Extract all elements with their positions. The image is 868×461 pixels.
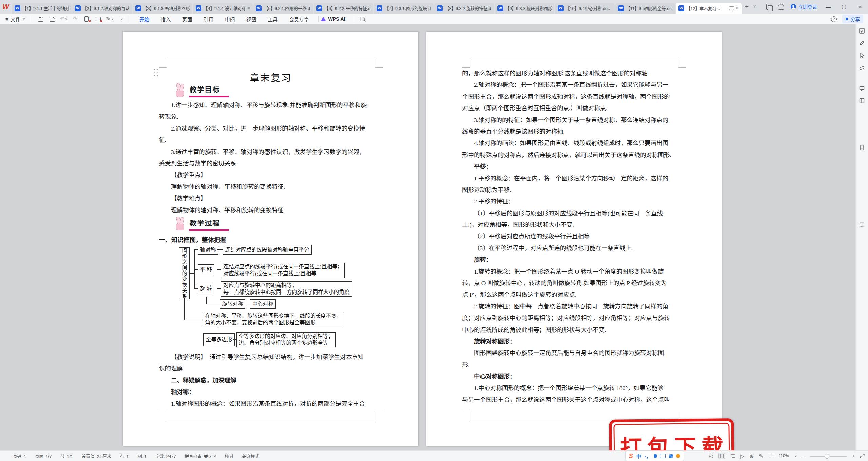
- doc-tab-5[interactable]: W【5】9.2.1.图形的平移.d: [253, 3, 313, 14]
- doc-line: 1.中心对称图形的概念：把一个图形绕着某一个点旋转 180°，如果它能够: [462, 382, 687, 394]
- zoom-slider[interactable]: [810, 456, 847, 457]
- status-item[interactable]: 页面: 1/7: [35, 453, 52, 459]
- status-item[interactable]: 行: 1: [120, 453, 129, 459]
- monitor-icon: [729, 6, 734, 10]
- minimize-button[interactable]: —: [824, 4, 833, 10]
- doc-tab-9[interactable]: W【9】9.3.3.旋转对称图形: [495, 3, 554, 14]
- download-stamp[interactable]: 打包下载: [609, 418, 734, 451]
- keyboard-icon[interactable]: [660, 454, 666, 458]
- close-preview-button[interactable]: ✕: [84, 16, 90, 22]
- file-menu-label: 文件: [11, 16, 20, 23]
- status-item[interactable]: 页码: 1: [13, 453, 26, 459]
- diagram-box: 连结对应点的线段被对称轴垂直平分: [223, 245, 312, 255]
- tab-label: 【5】9.2.1.图形的平移.d: [264, 5, 310, 12]
- merge-windows-icon[interactable]: [766, 4, 771, 10]
- status-item[interactable]: 兼容模式: [242, 453, 259, 459]
- close-button[interactable]: ×: [855, 4, 864, 10]
- pen-tool-icon[interactable]: [859, 40, 865, 46]
- document-canvas[interactable]: 章末复习 教学目标 1.进一步感知、理解轴对称、平移与旋转现象.并能准确判断图形…: [0, 24, 856, 451]
- record-status-icon[interactable]: ◎: [709, 453, 713, 459]
- doc-tab-11[interactable]: W【11】9.5图形的全等.dc: [615, 3, 675, 14]
- edit-mode-icon[interactable]: [859, 28, 865, 34]
- ribbon-tab-工具[interactable]: 工具: [268, 16, 278, 23]
- status-item[interactable]: 节: 1/1: [60, 453, 73, 459]
- emoji-icon[interactable]: [676, 454, 680, 458]
- ime-punct-toggle[interactable]: ·，: [645, 453, 651, 459]
- save-button[interactable]: [38, 16, 44, 22]
- ribbon-tab-视图[interactable]: 视图: [246, 16, 256, 23]
- wps-ai-icon: [321, 17, 326, 21]
- page-1[interactable]: 章末复习 教学目标 1.进一步感知、理解轴对称、平移与旋转现象.并能准确判断图形…: [123, 32, 418, 446]
- doc-tab-1[interactable]: W【1】9.1.1.生活中的轴对: [12, 3, 72, 14]
- status-item[interactable]: 拼写检查: 关闭 ˅: [184, 453, 216, 459]
- zoom-slider-thumb[interactable]: [825, 454, 829, 459]
- diagram-box: 中心对称: [250, 299, 276, 309]
- read-mode-icon[interactable]: ▷: [740, 453, 744, 459]
- status-item[interactable]: 设置值: 2.5厘米: [82, 453, 111, 459]
- tab-close-icon[interactable]: ×: [736, 5, 739, 11]
- doc-tab-4[interactable]: W【4】9.1.4.设计轴对称: [193, 3, 253, 14]
- sogou-ime-icon[interactable]: S: [629, 453, 633, 460]
- doc-tab-3[interactable]: W【3】9.1.3.画轴对称图形: [133, 3, 192, 14]
- ribbon-tab-页面[interactable]: 页面: [182, 16, 192, 23]
- help-icon[interactable]: ?: [831, 16, 837, 22]
- select-cursor-icon[interactable]: [859, 52, 865, 58]
- wps-ai-button[interactable]: WPS AI: [321, 16, 346, 22]
- ribbon-tab-审阅[interactable]: 审阅: [225, 16, 235, 23]
- page-view-icon[interactable]: [718, 453, 725, 459]
- bookmark-pane-icon[interactable]: [859, 144, 865, 151]
- outline-view-icon[interactable]: [730, 454, 735, 458]
- ink-pen-button[interactable]: ✎˅: [107, 16, 113, 22]
- doc-tab-6[interactable]: W【6】9.2.2.平移的特征.d: [314, 3, 373, 14]
- maximize-button[interactable]: ▢: [840, 4, 848, 10]
- doc-line: 1.平移的概念：在平面内，将一个图形沿某个方向移动一定的距离，这样的: [462, 173, 687, 184]
- login-button[interactable]: 立即登录: [791, 3, 817, 10]
- ribbon-tab-插入[interactable]: 插入: [161, 16, 171, 23]
- doc-tab-8[interactable]: W【8】9.3.2.旋转的特征.d: [434, 3, 494, 14]
- new-tab-button[interactable]: +: [742, 3, 752, 11]
- print-icon: [50, 18, 55, 22]
- zoom-level[interactable]: 110%: [778, 454, 789, 458]
- ribbon-tab-会员专享[interactable]: 会员专享: [289, 16, 309, 23]
- fullscreen-icon[interactable]: [860, 454, 865, 458]
- share-button[interactable]: 分享: [842, 15, 863, 23]
- ribbon-tab-引用[interactable]: 引用: [204, 16, 214, 23]
- redo-button[interactable]: ↷: [72, 16, 78, 22]
- navigation-pane-icon[interactable]: [859, 98, 865, 104]
- page-2[interactable]: 的，那么就称这样的图形为轴对称图形.这条直线叫做这个图形的对称轴.2.轴对称的概…: [426, 32, 722, 446]
- collapse-toolbar-button[interactable]: ˅: [118, 16, 124, 22]
- microphone-icon[interactable]: [654, 454, 657, 458]
- web-layout-icon[interactable]: ⊕: [749, 453, 754, 459]
- wps-logo-icon[interactable]: W: [0, 3, 12, 11]
- ime-toolbox-icon[interactable]: [669, 454, 673, 458]
- status-item[interactable]: 列: 1: [138, 453, 146, 459]
- status-item[interactable]: 校对: [225, 453, 233, 459]
- ribbon-tab-开始[interactable]: 开始: [140, 16, 150, 23]
- clear-format-button[interactable]: ✕: [95, 16, 101, 22]
- reader-mode-icon[interactable]: [859, 222, 865, 228]
- tab-list-dropdown-icon[interactable]: ˅: [752, 4, 757, 9]
- diagram-box: 在轴对称、平移、旋转这些图形变换下，线段的长度不变，角的大小不变，变换前后的两个…: [203, 312, 344, 327]
- doc-tab-10[interactable]: W【10】9.4中心对称.doc: [555, 3, 615, 14]
- comment-panel-icon[interactable]: [859, 85, 865, 92]
- undo-button[interactable]: ↶˅: [61, 16, 67, 22]
- search-button[interactable]: [359, 16, 366, 22]
- wps-ai-label: WPS AI: [328, 16, 346, 22]
- theme-skin-icon[interactable]: [778, 4, 784, 10]
- zoom-in-button[interactable]: +: [852, 453, 855, 459]
- doc-tab-2[interactable]: W【2】9.1.2.轴对称的再认: [72, 3, 132, 14]
- doc-tab-7[interactable]: W【7】9.3.1.图形的旋转.d: [374, 3, 434, 14]
- edit-pen-icon[interactable]: ✎: [759, 453, 763, 459]
- file-menu[interactable]: ≡ 文件 ˅: [0, 16, 30, 23]
- doc-line: 2.轴对称的概念：把一个图形沿着某一条直线翻折过去，如果它能够与另一: [462, 79, 687, 91]
- doc-tab-12[interactable]: W【12】章末复习.c×: [676, 3, 742, 14]
- eraser-icon[interactable]: [859, 64, 865, 71]
- print-button[interactable]: [49, 16, 55, 22]
- ime-toolbar[interactable]: S 中 ·，: [626, 451, 684, 461]
- status-item[interactable]: 字数: 2477: [156, 453, 176, 459]
- fit-page-icon[interactable]: [769, 454, 773, 458]
- ime-lang-toggle[interactable]: 中: [636, 453, 641, 459]
- zoom-out-button[interactable]: −: [802, 453, 805, 459]
- diagram-box: 全等多边形: [203, 333, 235, 346]
- zoom-dropdown-icon[interactable]: ˅: [795, 454, 797, 458]
